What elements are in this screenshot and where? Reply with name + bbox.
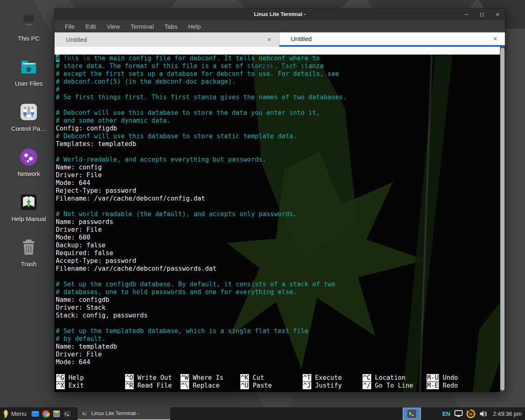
terminal-scrollbar[interactable]: [500, 47, 505, 392]
minimize-button[interactable]: –: [463, 11, 470, 17]
terminal-line: Name: templatedb: [55, 343, 500, 351]
manual-book-icon: [18, 191, 40, 213]
terminal-line: Config: configdb: [55, 125, 500, 132]
tab-close-icon[interactable]: ✕: [267, 37, 272, 43]
terminal-line: Backup: false: [55, 242, 500, 249]
terminal-line: Required: false: [55, 249, 500, 257]
terminal-line: Reject-Type: password: [55, 187, 500, 195]
menu-edit[interactable]: Edit: [81, 21, 100, 32]
tray-terminal-selected[interactable]: [403, 408, 421, 420]
terminal-line: Filename: /var/cache/debconf/passwords.d…: [55, 265, 500, 273]
terminal-line: # Set up the configdb database. By defau…: [55, 281, 500, 288]
home-folder-icon: [18, 56, 40, 78]
nano-shortcut: ^R Read File: [125, 382, 172, 390]
nano-shortcut-bar: ^G Help^O Write Out^W Where Is^K Cut^T E…: [55, 374, 500, 390]
nano-shortcut: ^T Execute: [303, 374, 342, 382]
close-button[interactable]: ✕: [494, 11, 501, 17]
menu-terminal[interactable]: Terminal: [126, 21, 158, 32]
terminal-window: Linux Lite Terminal - – □ ✕ File Edit Vi…: [54, 8, 505, 392]
menu-help[interactable]: Help: [184, 21, 205, 32]
nano-title-bar: GNU nano 7.2 /etc/debconf.conf: [55, 47, 500, 55]
menu-tabs[interactable]: Tabs: [160, 21, 182, 32]
keyboard-layout-indicator[interactable]: EN: [442, 411, 450, 417]
scrollbar-thumb[interactable]: [500, 48, 504, 390]
tab-label: Untitled: [279, 35, 312, 42]
terminal-line: Driver: File: [55, 226, 500, 234]
chrome-browser-icon[interactable]: [41, 407, 51, 420]
terminal-line: # and some other dynamic data.: [55, 117, 500, 125]
nano-shortcut: ^X Exit: [56, 382, 84, 390]
start-menu-button[interactable]: Menu: [0, 407, 30, 420]
tab-untitled-1[interactable]: Untitled ✕: [55, 32, 279, 47]
menu-file[interactable]: File: [60, 21, 79, 32]
taskbar-window-label: Linux Lite Terminal -: [91, 410, 139, 416]
menu-bar: File Edit View Terminal Tabs Help: [55, 20, 505, 32]
nano-version: GNU nano 7.2: [63, 55, 109, 62]
terminal-tray-icon: [407, 410, 416, 418]
terminal-line: Mode: 600: [55, 234, 500, 242]
terminal-line: [55, 320, 500, 327]
display-settings-icon[interactable]: [454, 410, 463, 417]
terminal-launcher-icon[interactable]: [62, 407, 73, 420]
nano-shortcut: ^U Paste: [240, 382, 272, 390]
menu-view[interactable]: View: [102, 21, 124, 32]
desktop-icon-trash[interactable]: Trash: [2, 236, 55, 281]
nano-shortcut-row-1: ^G Help^O Write Out^W Where Is^K Cut^T E…: [55, 374, 500, 382]
terminal-line: #: [55, 86, 500, 94]
window-titlebar[interactable]: Linux Lite Terminal - – □ ✕: [55, 9, 505, 20]
terminal-line: # by default.: [55, 335, 500, 343]
desktop-icon-this-pc[interactable]: This PC: [2, 11, 55, 56]
desktop-icon-control-panel[interactable]: Control Pa…: [2, 101, 55, 146]
terminal-line: # Not world readable (the default), and …: [55, 210, 500, 218]
nano-shortcut-key: ^R: [125, 382, 134, 389]
nano-filename: /etc/debconf.conf: [55, 62, 500, 70]
nano-shortcut: ^C Location: [363, 374, 406, 382]
terminal-line: # debconf.conf(5) (in the debconf-doc pa…: [55, 78, 500, 86]
tab-untitled-2[interactable]: Untitled ✕: [279, 32, 505, 47]
nano-shortcut-key: ^\: [180, 382, 189, 389]
terminal-lines: # This is the main config file for debco…: [55, 55, 500, 366]
terminal-line: Driver: File: [55, 171, 500, 179]
desktop-icon-network[interactable]: Network: [2, 146, 55, 191]
nano-shortcut: ^G Help: [56, 374, 84, 382]
terminal-line: [55, 203, 500, 210]
taskbar-window-button[interactable]: Linux Lite Terminal -: [78, 407, 170, 420]
nano-shortcut-key: ^C: [363, 374, 371, 381]
nano-shortcut: ^\ Replace: [180, 382, 219, 390]
nano-shortcut-key: ^T: [303, 374, 311, 381]
terminal-pane[interactable]: GNU nano 7.2 /etc/debconf.conf # This is…: [55, 47, 505, 392]
update-notifier-icon[interactable]: [466, 409, 476, 419]
tab-close-icon[interactable]: ✕: [493, 36, 498, 42]
nano-shortcut-key: M-E: [427, 382, 439, 389]
terminal-task-icon: [82, 410, 88, 417]
wallpaper-shape: [287, 390, 459, 408]
maximize-button[interactable]: □: [479, 11, 485, 17]
terminal-line: Name: configdb: [55, 296, 500, 304]
terminal-line: Mode: 644: [55, 179, 500, 187]
terminal-line: # Debconf will use this database to stor…: [55, 132, 500, 140]
terminal-line: # World-readable, and accepts everything…: [55, 156, 500, 164]
nano-shortcut-key: ^/: [363, 382, 371, 389]
terminal-line: Name: passwords: [55, 218, 500, 226]
start-menu-label: Menu: [11, 410, 27, 417]
window-title: Linux Lite Terminal -: [55, 11, 505, 17]
volume-icon[interactable]: [479, 410, 487, 418]
nano-shortcut: ^W Where Is: [180, 374, 224, 382]
globe-icon: [18, 146, 40, 168]
terminal-line: Accept-Type: password: [55, 257, 500, 265]
nano-shortcut: ^/ Go To Line: [363, 382, 413, 390]
tab-bar: Untitled ✕ Untitled ✕: [55, 32, 505, 47]
desktop-icon-user-files[interactable]: User Files: [2, 56, 55, 101]
desktop-icon-help-manual[interactable]: Help Manual: [2, 191, 55, 236]
terminal-line: [55, 273, 500, 281]
desktop-icon-label: Trash: [21, 260, 37, 267]
terminal-line: # Debconf will use this database to stor…: [55, 109, 500, 117]
trash-icon: [18, 236, 40, 258]
nano-shortcut-key: ^G: [56, 374, 65, 381]
nano-shortcut: ^K Cut: [240, 374, 264, 382]
file-manager-icon[interactable]: [30, 407, 41, 420]
sliders-icon: [18, 101, 40, 123]
clock[interactable]: 2:49:36 pm: [493, 411, 522, 417]
archive-manager-icon[interactable]: [51, 407, 62, 420]
nano-shortcut-key: ^U: [240, 382, 249, 389]
